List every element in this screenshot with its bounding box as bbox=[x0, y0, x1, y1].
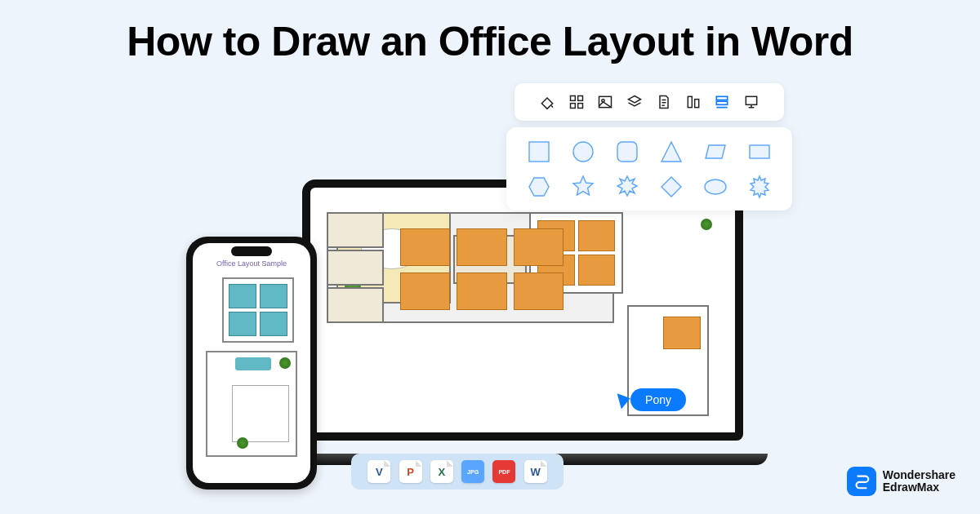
export-xls-icon[interactable]: X bbox=[430, 460, 453, 483]
presentation-icon[interactable] bbox=[743, 94, 760, 110]
export-formats-bar: V P X JPG PDF W bbox=[351, 454, 564, 490]
svg-rect-0 bbox=[570, 96, 575, 101]
shape-parallelogram[interactable] bbox=[702, 139, 728, 165]
phone-screen: Office Layout Sample bbox=[193, 243, 310, 483]
export-ppt-icon[interactable]: P bbox=[399, 460, 422, 483]
desk bbox=[514, 273, 564, 310]
desk bbox=[260, 312, 287, 336]
fill-icon[interactable] bbox=[539, 94, 555, 110]
phone-room-top bbox=[222, 277, 294, 343]
svg-rect-6 bbox=[688, 96, 692, 107]
export-pdf-icon[interactable]: PDF bbox=[492, 460, 515, 483]
desk bbox=[457, 273, 506, 310]
brand-logo-block: Wondershare EdrawMax bbox=[847, 467, 956, 496]
laptop-mockup: Office Layout Sample Meeting Room bbox=[302, 179, 743, 465]
plant-icon bbox=[701, 219, 712, 230]
desk bbox=[229, 312, 256, 336]
image-icon[interactable] bbox=[597, 94, 613, 110]
arrange-icon[interactable] bbox=[568, 94, 585, 110]
svg-point-15 bbox=[705, 179, 726, 194]
layers-icon[interactable] bbox=[626, 94, 643, 110]
desk bbox=[400, 228, 450, 266]
phone-floorplan bbox=[206, 277, 297, 473]
center-desks bbox=[400, 228, 564, 310]
shape-rounded-square[interactable] bbox=[614, 139, 640, 165]
desk bbox=[260, 284, 287, 308]
brand-line1: Wondershare bbox=[883, 469, 956, 481]
phone-canvas-title: Office Layout Sample bbox=[193, 259, 310, 268]
svg-rect-7 bbox=[694, 100, 698, 108]
side-office bbox=[327, 212, 384, 248]
desk bbox=[578, 220, 616, 251]
desk bbox=[229, 284, 256, 308]
collaborator-name: Pony bbox=[630, 388, 686, 411]
desk bbox=[578, 255, 616, 286]
svg-point-12 bbox=[573, 142, 593, 162]
page-title: How to Draw an Office Layout in Word bbox=[0, 18, 980, 65]
shape-ellipse[interactable] bbox=[702, 174, 728, 200]
edrawmax-logo-icon bbox=[847, 467, 876, 496]
export-jpg-icon[interactable]: JPG bbox=[461, 460, 484, 483]
svg-rect-1 bbox=[577, 96, 582, 101]
page-icon[interactable] bbox=[656, 94, 672, 110]
shapes-panel bbox=[506, 127, 792, 210]
align-icon[interactable] bbox=[685, 94, 702, 110]
shape-triangle[interactable] bbox=[658, 139, 684, 165]
shape-burst-8[interactable] bbox=[614, 174, 640, 200]
shape-hexagon[interactable] bbox=[526, 174, 552, 200]
svg-rect-13 bbox=[617, 142, 637, 162]
brand-text: Wondershare EdrawMax bbox=[883, 469, 956, 494]
phone-notch-icon bbox=[231, 246, 272, 256]
svg-rect-2 bbox=[570, 104, 575, 109]
svg-rect-3 bbox=[577, 104, 582, 109]
svg-rect-11 bbox=[529, 142, 549, 162]
office-floorplan: Meeting Room bbox=[327, 212, 719, 416]
stack-icon[interactable] bbox=[714, 94, 730, 110]
side-office bbox=[327, 287, 384, 323]
shape-star[interactable] bbox=[570, 174, 596, 200]
svg-rect-10 bbox=[746, 96, 756, 104]
brand-line2: EdrawMax bbox=[883, 481, 956, 494]
svg-rect-8 bbox=[717, 96, 728, 100]
desk bbox=[514, 228, 564, 266]
cursor-icon bbox=[617, 391, 633, 410]
shape-burst-12[interactable] bbox=[746, 174, 773, 200]
collaborator-cursor: Pony bbox=[619, 388, 686, 411]
shape-rectangle[interactable] bbox=[746, 139, 773, 165]
phone-mockup: Office Layout Sample bbox=[186, 237, 317, 490]
laptop-screen: Office Layout Sample Meeting Room bbox=[302, 179, 743, 441]
shape-circle[interactable] bbox=[570, 139, 596, 165]
export-vsd-icon[interactable]: V bbox=[368, 460, 390, 483]
toolbar-panel bbox=[514, 83, 784, 121]
shape-diamond[interactable] bbox=[658, 174, 684, 200]
export-doc-icon[interactable]: W bbox=[524, 460, 547, 483]
shape-square[interactable] bbox=[526, 139, 552, 165]
inner-room bbox=[232, 385, 289, 442]
plant-icon bbox=[279, 357, 291, 369]
sofa-icon bbox=[235, 357, 271, 370]
svg-rect-14 bbox=[750, 145, 769, 158]
desk bbox=[663, 317, 701, 349]
phone-room-bottom bbox=[206, 351, 297, 457]
svg-rect-9 bbox=[717, 101, 728, 104]
desk bbox=[457, 228, 506, 266]
plant-icon bbox=[237, 437, 248, 449]
desk bbox=[400, 273, 450, 310]
side-office bbox=[327, 250, 384, 286]
